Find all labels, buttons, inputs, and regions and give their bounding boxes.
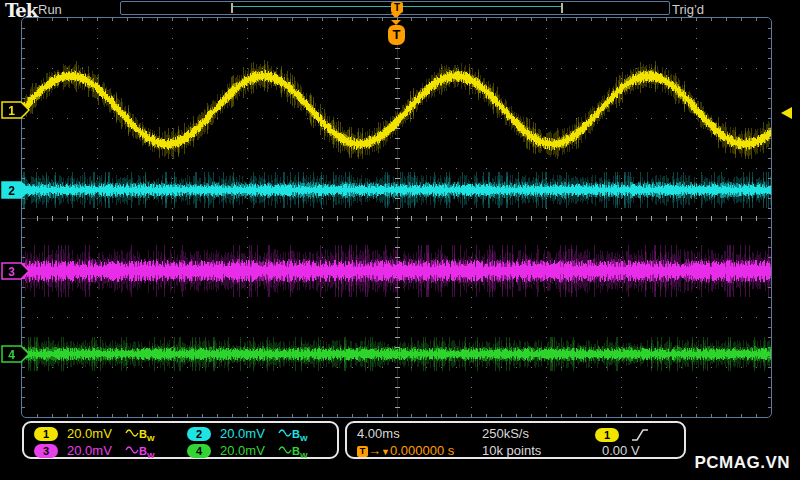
ac-coupling-icon bbox=[125, 428, 139, 438]
channel-2-badge: 2 bbox=[187, 427, 211, 441]
acquisition-status: Run bbox=[38, 2, 62, 17]
trigger-level-readout: 0.00 V bbox=[602, 443, 640, 458]
channel-1-scale: 20.0mV bbox=[67, 426, 119, 441]
svg-text:2: 2 bbox=[8, 184, 15, 198]
record-window-bracket-left bbox=[231, 3, 233, 13]
waveform-display bbox=[22, 18, 771, 417]
bandwidth-limit-icon: BW bbox=[139, 445, 155, 457]
channel-4-scale: 20.0mV bbox=[220, 443, 272, 458]
channel-1-badge: 1 bbox=[34, 427, 58, 441]
channel-4-badge: 4 bbox=[187, 444, 211, 458]
oscilloscope-screen: Tek Run T Trig’d T 1 2 3 4 120.0mVBW bbox=[0, 0, 800, 480]
svg-text:4: 4 bbox=[8, 348, 15, 362]
record-trigger-marker-icon[interactable]: T bbox=[391, 2, 403, 13]
ac-coupling-icon bbox=[278, 445, 292, 455]
record-length: 10k points bbox=[482, 443, 541, 458]
channel-2-readout: 220.0mVBW bbox=[187, 426, 308, 442]
channel-1-position-tag[interactable]: 1 bbox=[1, 101, 31, 119]
trigger-position-readout: T→▼0.000000 s bbox=[357, 443, 454, 458]
channel-4-readout: 420.0mVBW bbox=[187, 443, 308, 459]
channel-3-scale: 20.0mV bbox=[67, 443, 119, 458]
ac-coupling-icon bbox=[125, 445, 139, 455]
sample-rate: 250kS/s bbox=[482, 426, 529, 441]
channel-3-position-tag[interactable]: 3 bbox=[1, 262, 31, 280]
svg-text:1: 1 bbox=[8, 104, 15, 118]
time-per-division: 4.00ms bbox=[357, 426, 400, 441]
watermark: PCMAG.VN bbox=[694, 453, 790, 473]
trigger-status: Trig’d bbox=[672, 2, 704, 17]
channel-2-position-tag[interactable]: 2 bbox=[1, 181, 31, 199]
trigger-t-icon: T bbox=[357, 446, 368, 457]
svg-text:3: 3 bbox=[8, 265, 15, 279]
bandwidth-limit-icon: BW bbox=[292, 428, 308, 440]
channel-4-position-tag[interactable]: 4 bbox=[1, 345, 31, 363]
ac-coupling-icon bbox=[278, 428, 292, 438]
channel-1-readout: 120.0mVBW bbox=[34, 426, 155, 442]
record-window-bracket-right bbox=[561, 3, 563, 13]
channel-3-badge: 3 bbox=[34, 444, 58, 458]
trigger-source-badge: 1 bbox=[595, 427, 619, 442]
bandwidth-limit-icon: BW bbox=[292, 445, 308, 457]
horizontal-trigger-readout-box: 4.00ms 250kS/s 1 T→▼0.000000 s 10k point… bbox=[345, 421, 686, 459]
channel-2-scale: 20.0mV bbox=[220, 426, 272, 441]
channel-3-readout: 320.0mVBW bbox=[34, 443, 155, 459]
trigger-level-arrow-icon[interactable] bbox=[779, 106, 793, 120]
trigger-slope-rising-icon bbox=[631, 427, 649, 443]
trigger-position-flag-icon[interactable]: T bbox=[388, 25, 405, 45]
bandwidth-limit-icon: BW bbox=[139, 428, 155, 440]
channel-readout-box: 120.0mVBW 220.0mVBW 320.0mVBW 420.0mVBW bbox=[22, 421, 339, 459]
